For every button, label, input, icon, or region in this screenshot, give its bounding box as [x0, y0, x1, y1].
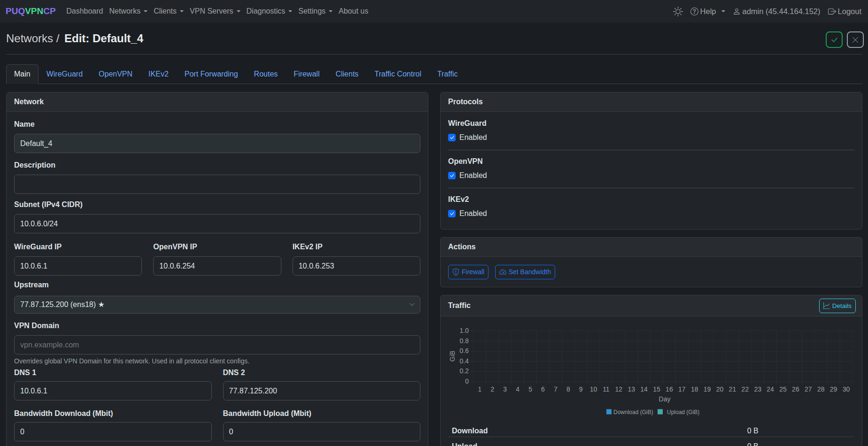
svg-text:12: 12 — [615, 385, 623, 393]
svg-text:28: 28 — [817, 385, 825, 393]
svg-text:0.2: 0.2 — [460, 367, 469, 375]
svg-text:Day: Day — [659, 395, 671, 403]
svg-text:21: 21 — [729, 385, 736, 393]
svg-text:4: 4 — [516, 385, 519, 393]
svg-text:1: 1 — [478, 385, 482, 393]
svg-text:11: 11 — [603, 385, 610, 393]
svg-text:17: 17 — [678, 385, 686, 393]
svg-text:7: 7 — [554, 385, 558, 393]
svg-text:25: 25 — [779, 385, 787, 393]
svg-text:18: 18 — [691, 385, 698, 393]
svg-text:13: 13 — [628, 385, 635, 393]
svg-text:14: 14 — [640, 385, 648, 393]
svg-text:5: 5 — [528, 385, 532, 393]
svg-text:3: 3 — [503, 385, 507, 393]
svg-text:15: 15 — [653, 385, 660, 393]
svg-text:0.6: 0.6 — [460, 347, 469, 354]
svg-text:2: 2 — [490, 385, 494, 393]
svg-text:24: 24 — [767, 385, 774, 393]
svg-text:Download (GiB): Download (GiB) — [613, 409, 653, 415]
svg-text:GiB: GiB — [449, 351, 456, 361]
svg-text:6: 6 — [541, 385, 545, 393]
svg-text:23: 23 — [754, 385, 761, 393]
svg-text:0: 0 — [465, 377, 469, 385]
svg-text:8: 8 — [566, 385, 570, 393]
svg-text:0.8: 0.8 — [460, 337, 469, 345]
svg-text:26: 26 — [792, 385, 799, 393]
svg-text:27: 27 — [805, 385, 812, 393]
svg-text:20: 20 — [716, 385, 724, 393]
svg-text:19: 19 — [704, 385, 711, 393]
svg-text:Upload (GiB): Upload (GiB) — [667, 409, 699, 415]
svg-text:1.0: 1.0 — [460, 327, 469, 334]
svg-text:10: 10 — [590, 385, 597, 393]
svg-text:16: 16 — [666, 385, 673, 393]
svg-text:0.4: 0.4 — [460, 357, 469, 365]
svg-text:30: 30 — [843, 385, 850, 393]
svg-text:22: 22 — [742, 385, 749, 393]
svg-text:29: 29 — [830, 385, 837, 393]
svg-text:9: 9 — [579, 385, 583, 393]
